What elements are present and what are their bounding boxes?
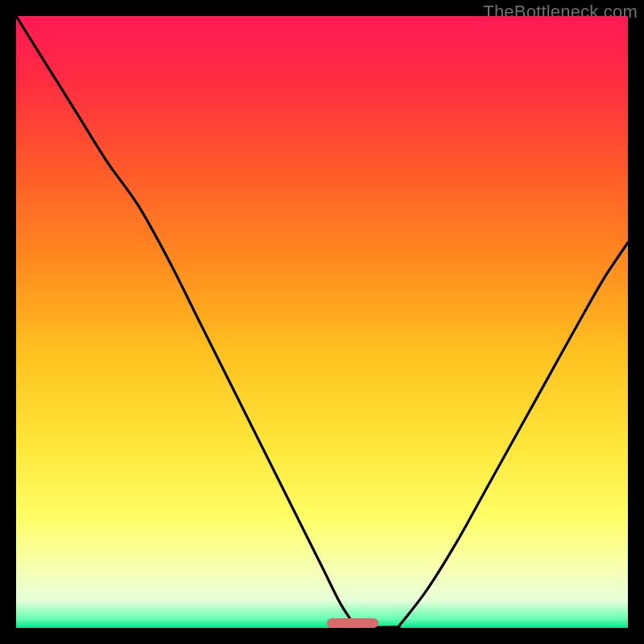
chart-frame: TheBottleneck.com <box>0 0 644 644</box>
optimal-range-marker <box>327 618 379 628</box>
bottleneck-curve <box>16 16 628 628</box>
plot-area <box>16 16 628 628</box>
